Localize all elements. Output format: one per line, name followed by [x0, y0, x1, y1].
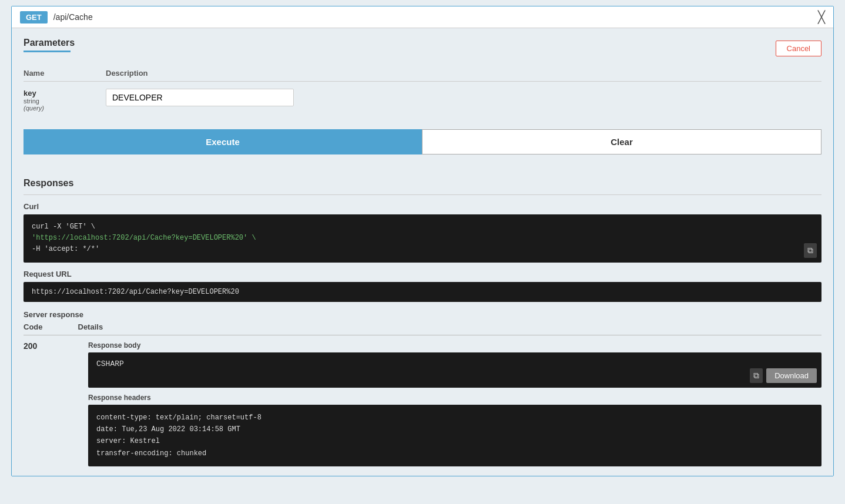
close-icon[interactable]: ╳: [818, 10, 825, 24]
key-input[interactable]: [106, 89, 294, 106]
param-input-col: [106, 89, 294, 106]
method-badge: GET: [20, 11, 48, 23]
response-body-value: CSHARP: [96, 359, 124, 368]
header-left: GET /api/Cache: [20, 11, 93, 23]
response-details-cell: Response body CSHARP ⧉ Download Response…: [88, 341, 821, 467]
response-body-block: CSHARP ⧉ Download: [88, 352, 821, 388]
parameters-title: Parameters: [24, 38, 75, 48]
endpoint-path: /api/Cache: [53, 12, 93, 22]
parameters-header-row: Parameters Cancel: [24, 38, 821, 59]
response-code-200: 200: [24, 341, 53, 351]
curl-label: Curl: [24, 202, 821, 211]
cancel-button[interactable]: Cancel: [776, 41, 821, 56]
request-url-block: https://localhost:7202/api/Cache?key=DEV…: [24, 282, 821, 302]
request-url-value: https://localhost:7202/api/Cache?key=DEV…: [32, 288, 239, 296]
responses-title: Responses: [24, 178, 821, 195]
action-buttons: Execute Clear: [24, 129, 821, 154]
request-url-label: Request URL: [24, 270, 821, 278]
params-table-header: Name Description: [24, 65, 821, 82]
parameters-title-block: Parameters: [24, 38, 75, 59]
execute-button[interactable]: Execute: [24, 129, 422, 154]
params-table: Name Description key string (query): [24, 59, 821, 119]
curl-line1: curl -X 'GET' \: [32, 223, 95, 231]
response-body-label: Response body: [88, 341, 821, 350]
curl-copy-button[interactable]: ⧉: [804, 243, 817, 258]
header-line-3: server: Kestrel: [96, 435, 813, 447]
responses-section: Responses Curl curl -X 'GET' \ 'https://…: [12, 169, 833, 476]
col-desc-header: Description: [106, 69, 821, 78]
response-headers-label: Response headers: [88, 394, 821, 402]
curl-block: curl -X 'GET' \ 'https://localhost:7202/…: [24, 214, 821, 263]
param-row-key: key string (query): [24, 82, 821, 119]
parameters-panel: Parameters Cancel Name Description key s…: [12, 28, 833, 169]
curl-line3: -H 'accept: */*': [32, 245, 99, 253]
clear-button[interactable]: Clear: [422, 129, 821, 154]
server-response-label: Server response: [24, 310, 821, 319]
curl-line2: 'https://localhost:7202/api/Cache?key=DE…: [32, 234, 256, 242]
api-panel: GET /api/Cache ╳ Parameters Cancel Name …: [11, 6, 834, 476]
param-type: string: [24, 98, 82, 105]
header-line-4: transfer-encoding: chunked: [96, 448, 813, 459]
col-details-header: Details: [78, 322, 103, 331]
header-line-2: date: Tue,23 Aug 2022 03:14:58 GMT: [96, 424, 813, 435]
response-body-copy-button[interactable]: ⧉: [750, 368, 763, 383]
response-table-header: Code Details: [24, 322, 821, 335]
response-table-row-200: 200 Response body CSHARP ⧉ Download Resp…: [24, 335, 821, 467]
param-location: (query): [24, 105, 82, 112]
param-name: key: [24, 89, 82, 98]
download-button[interactable]: Download: [766, 368, 817, 383]
response-headers-block: content-type: text/plain; charset=utf-8 …: [88, 405, 821, 467]
header-bar: GET /api/Cache ╳: [12, 6, 833, 28]
col-name-header: Name: [24, 69, 82, 78]
col-code-header: Code: [24, 322, 43, 331]
param-name-col: key string (query): [24, 89, 82, 112]
header-line-1: content-type: text/plain; charset=utf-8: [96, 412, 813, 424]
parameters-title-underline: [24, 51, 71, 52]
